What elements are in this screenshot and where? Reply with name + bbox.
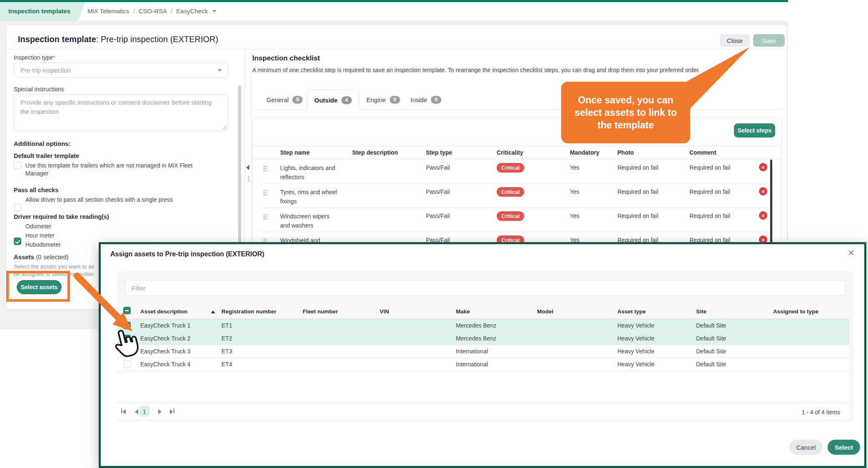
pass-all-checkbox[interactable] [14,203,21,211]
col-vin[interactable]: VIN [380,308,389,315]
modal-title: Assign assets to Pre-trip inspection (EX… [110,250,264,258]
registration-number: ET1 [221,322,232,329]
checklist-row: Tyres, rims and wheelfixings Pass/Fail C… [253,183,781,208]
assets-grid-panel: Asset description Registration number Fl… [117,271,853,422]
tab-inspection-templates-label: Inspection templates [8,8,70,15]
tab-outside-count-badge: 4 [341,96,352,104]
inspection-type-label: Inspection type* [14,54,55,61]
breadcrumb-separator: / [171,8,172,15]
asset-row[interactable]: EasyCheck Truck 4 ET4 International Heav… [117,358,849,371]
step-name: Windscreen wipersand washers [280,212,329,230]
asset-row[interactable]: EasyCheck Truck 3 ET3 International Heav… [117,345,849,358]
items-count-label: 1 - 4 of 4 items [801,409,840,415]
tab-inside-count-badge: 0 [431,96,441,104]
tab-general[interactable]: General 0 [259,90,310,110]
comment-value: Required on fail [689,188,730,195]
page-number-button[interactable]: 1 [139,406,150,417]
divider-drag-handle[interactable] [248,176,249,177]
last-page-button[interactable] [170,408,173,416]
page-title-label: Inspection template [18,35,96,44]
close-icon[interactable]: × [848,247,854,258]
make: International [456,361,488,368]
col-make[interactable]: Make [456,308,470,315]
chevron-down-icon[interactable] [212,10,216,13]
delete-step-button[interactable]: × [759,187,767,195]
col-mandatory: Mandatory [570,149,599,156]
tab-engine[interactable]: Engine 0 [359,90,408,110]
step-type: Pass/Fail [426,188,450,195]
readings-heading: Driver required to take reading(s) [14,213,109,220]
inspection-type-value: Pre-trip inspection [20,67,71,74]
asset-description: EasyCheck Truck 4 [140,361,191,368]
select-steps-button[interactable]: Select steps [734,123,775,138]
breadcrumb-item-group[interactable]: CSO-RSA [139,8,167,15]
filter-input[interactable] [125,280,846,296]
odometer-checkbox[interactable] [14,238,21,245]
hubodometer-label: Hubodometer [25,241,61,248]
col-fleet-number[interactable]: Fleet number [303,308,338,315]
resize-handle-icon[interactable] [222,125,226,129]
breadcrumb-item-site[interactable]: EasyCheck [176,8,208,15]
default-trailer-checkbox[interactable] [14,162,21,169]
criticality-badge: Critical [497,187,524,197]
drag-handle-icon[interactable] [264,214,265,215]
asset-row[interactable]: EasyCheck Truck 2 ET2 Mercedes Benz Heav… [117,332,849,345]
asset-row[interactable]: EasyCheck Truck 1 ET1 Mercedes Benz Heav… [117,319,849,332]
make: International [456,348,488,355]
comment-value: Required on fail [689,164,730,171]
checklist-table-header: Step name Step description Step type Cri… [253,146,781,159]
drag-handle-icon[interactable] [264,238,265,240]
col-model[interactable]: Model [537,308,553,315]
top-bar: Inspection templates MiX Telematics / CS… [0,2,788,21]
tab-outside[interactable]: Outside 4 [306,90,360,110]
assign-assets-modal: Assign assets to Pre-trip inspection (EX… [99,242,866,468]
collapse-panel-icon[interactable] [246,165,249,170]
photo-value: Required on fail [617,213,658,219]
sort-asc-icon[interactable] [211,310,215,313]
site: Default Site [696,361,726,368]
save-button[interactable]: Save [753,34,785,47]
inspection-type-select[interactable]: Pre-trip inspection [14,63,228,78]
col-site[interactable]: Site [696,308,706,315]
drag-handle-icon[interactable] [264,190,265,191]
delete-step-button[interactable]: × [759,211,767,220]
drag-handle-icon[interactable] [264,166,265,167]
cancel-button[interactable]: Cancel [789,440,823,455]
pass-all-option-label: Allow driver to pass all section checks … [25,196,173,203]
col-step-name: Step name [280,149,310,156]
asset-type: Heavy Vehicle [617,361,654,368]
default-trailer-heading: Default trailer template [14,153,79,159]
modal-select-button[interactable]: Select [828,440,860,455]
photo-value: Required on fail [617,188,658,195]
criticality-badge: Critical [497,211,524,221]
left-panel-scrollbar[interactable] [238,85,241,256]
next-page-button[interactable] [158,408,162,416]
special-instructions-textarea[interactable]: Provide any specific instructions or con… [14,94,228,131]
col-asset-type[interactable]: Asset type [617,308,646,315]
delete-step-button[interactable]: × [759,163,767,171]
prev-page-button[interactable] [135,408,138,416]
breadcrumb-item-org[interactable]: MiX Telematics [87,8,129,15]
pagination-bar: 1 1 - 4 of 4 items [117,403,849,420]
step-name: Lights, indicators andreflectors [280,163,335,182]
asset-type: Heavy Vehicle [617,335,654,342]
registration-number: ET3 [221,348,232,355]
col-comment: Comment [689,149,716,156]
col-assigned-to-type[interactable]: Assigned to type [773,308,818,315]
col-registration-number[interactable]: Registration number [221,308,276,315]
page-title: Inspection template: Pre-trip inspection… [18,35,218,44]
required-asterisk: * [53,54,55,61]
tab-inside[interactable]: Inside 0 [403,90,449,110]
special-instructions-label: Special instructions [14,86,64,93]
col-criticality: Criticality [497,149,523,156]
site: Default Site [696,322,726,329]
checklist-scrollbar[interactable] [770,160,772,243]
screen: Inspection templates MiX Telematics / CS… [0,0,868,468]
photo-value: Required on fail [617,164,658,171]
first-page-button[interactable] [122,408,126,416]
make: Mercedes Benz [456,335,496,342]
tab-general-count-badge: 0 [292,96,303,104]
mandatory-value: Yes [570,213,579,219]
mandatory-value: Yes [570,164,579,171]
col-step-description: Step description [352,149,398,156]
